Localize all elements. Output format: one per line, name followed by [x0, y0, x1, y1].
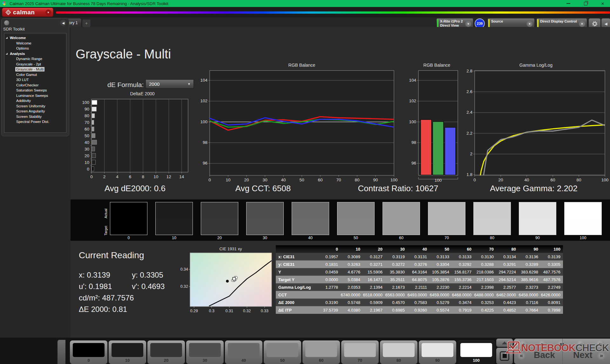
svg-text:0: 0 [90, 174, 93, 179]
gray-patch-button-80[interactable]: 80 [380, 340, 417, 364]
table-column-header: 100 [541, 245, 563, 253]
table-row-target-y: Target Y0.00005.038416.147135.251164.807… [276, 276, 563, 283]
reading-de2000: ΔE 2000: 0.81 [79, 305, 127, 314]
sidebar-item-saturation-sweeps[interactable]: Saturation Sweeps [4, 88, 66, 93]
eject-button[interactable] [496, 339, 513, 347]
gray-ramp-swatch-50: 50 [337, 202, 375, 240]
reading-x: x: 0.3139 [79, 271, 110, 279]
table-row-cct: CCT6740.00006518.00006563.00006493.00006… [276, 291, 563, 299]
svg-text:0.29: 0.29 [190, 309, 198, 313]
gray-patch-button-20[interactable]: 20 [147, 340, 185, 364]
restore-button[interactable] [581, 1, 590, 6]
sidebar-pin-button[interactable] [4, 20, 9, 25]
de-formula-value: 2000 [149, 81, 159, 87]
stat-avg-de2000: Avg dE2000: 0.6 [105, 184, 166, 193]
table-column-header: 20 [363, 245, 385, 253]
expander-icon [6, 37, 8, 39]
table-row-y-cie31: y: CIE310.18310.32630.32710.32720.32760.… [276, 260, 563, 268]
gray-patch-button-0[interactable]: 0 [70, 340, 107, 364]
svg-text:RGB Balance: RGB Balance [288, 63, 315, 68]
meter-status-indicator [437, 19, 438, 28]
source-dropdown-icon[interactable]: ▼ [526, 21, 533, 27]
sidebar-item-spectral-power-dist[interactable]: Spectral Power Dist. [4, 119, 66, 125]
sidebar-item-3d-lut[interactable]: 3D LUT [4, 77, 66, 83]
gray-patch-button-70[interactable]: 70 [341, 340, 379, 364]
gray-patch-button-40[interactable]: 40 [225, 340, 262, 364]
gray-ramp-swatch-60: 60 [383, 202, 420, 240]
svg-text:20: 20 [244, 178, 249, 182]
display-control-dropdown-icon[interactable]: ▼ [579, 21, 585, 27]
svg-text:104: 104 [409, 78, 416, 83]
gray-patch-button-90[interactable]: 90 [419, 340, 456, 364]
gray-ramp-swatch-90: 90 [519, 202, 556, 240]
calman-diamond-icon [5, 10, 11, 15]
close-button[interactable]: × [599, 1, 607, 6]
gray-patch-button-50[interactable]: 50 [264, 340, 301, 364]
sidebar-item-screen-stability[interactable]: Screen Stability [4, 114, 66, 119]
sidebar-group-analysis[interactable]: Analysis [4, 51, 66, 57]
stat-avg-cct: Avg CCT: 6508 [235, 184, 291, 193]
gray-patch-button-60[interactable]: 60 [302, 340, 340, 364]
svg-text:30: 30 [262, 178, 267, 182]
table-column-header: 50 [430, 245, 452, 253]
svg-text:2.2: 2.2 [466, 131, 472, 136]
calman-dropdown-icon[interactable]: ▼ [45, 10, 51, 15]
record-icon[interactable]: ● [519, 340, 528, 348]
gray-ramp-swatch-10: 10 [155, 202, 193, 240]
patch-swatch [344, 343, 376, 357]
sidebar-item-colorchecker[interactable]: ColorChecker [4, 83, 66, 88]
sidebar-item-screen-angularity[interactable]: Screen Angularity [4, 109, 66, 114]
svg-text:98: 98 [203, 140, 207, 145]
table-column-header: 0 [318, 245, 341, 253]
stop-button[interactable] [496, 348, 513, 364]
de-formula-select[interactable]: 2000 ▼ [146, 79, 194, 89]
svg-text:104: 104 [200, 78, 207, 83]
stat-contrast-ratio: Contrast Ratio: 10627 [358, 184, 438, 193]
de-formula-label: dE Formula: [107, 81, 144, 89]
calman-menu-button[interactable]: calman ▼ [2, 8, 53, 17]
next-button[interactable]: Next [573, 350, 593, 360]
sidebar-item-grayscale-multi[interactable]: Grayscale - Multi [4, 67, 66, 72]
next-chevron-icon[interactable]: » [597, 351, 606, 360]
back-chevron-icon[interactable]: « [517, 351, 525, 360]
refresh-icon[interactable]: ↻ [596, 340, 605, 348]
current-reading-title: Current Reading [79, 250, 144, 260]
sidebar-item-options[interactable]: Options [4, 46, 66, 51]
sidebar-item-dynamic-range[interactable]: Dynamic Range [4, 56, 66, 62]
gray-ramp-swatch-30: 30 [246, 202, 284, 240]
minimize-button[interactable] [564, 1, 573, 6]
table-column-header [276, 245, 318, 253]
svg-text:4: 4 [116, 174, 119, 179]
sidebar-item-welcome[interactable]: Welcome [4, 41, 66, 46]
sidebar-item-luminance-sweeps[interactable]: Luminance Sweeps [4, 93, 66, 98]
gray-ramp-swatch-0: 0 [110, 202, 147, 240]
table-row-gamma-log-log: Gamma Log/Log1.27782.03532.13942.16732.2… [276, 283, 563, 291]
gray-patch-button-10[interactable]: 10 [109, 340, 146, 364]
meter-dropdown-icon[interactable]: ▼ [465, 21, 471, 27]
gray-patch-button-30[interactable]: 30 [186, 340, 224, 364]
patch-swatch [112, 343, 143, 357]
play-icon[interactable]: ▶ [539, 340, 547, 348]
sidebar-item-grayscale-2pt[interactable]: Grayscale - 2pt [4, 62, 66, 67]
back-button[interactable]: Back [534, 350, 555, 360]
svg-text:Gamma Log/Log: Gamma Log/Log [519, 63, 552, 68]
sidebar-group-welcome[interactable]: Welcome [4, 35, 66, 41]
sidebar-item-screen-uniformity[interactable]: Screen Uniformity [4, 104, 66, 109]
window-title: Calman 2025 Calman Ultimate for Business… [10, 1, 168, 6]
gray-patch-button-100[interactable]: 100 [458, 340, 495, 364]
reading-xy: x: 0.3139 y: 0.3305 [79, 271, 110, 280]
svg-text:40: 40 [85, 140, 89, 145]
gray-ramp-swatch-40: 40 [292, 202, 329, 240]
loop-icon[interactable]: ∞ [577, 340, 585, 348]
pause-icon[interactable]: ▮▮ [558, 340, 566, 348]
sidebar-item-additivity[interactable]: Additivity [4, 98, 66, 104]
svg-text:80: 80 [576, 178, 581, 182]
table-row-e-itp: ΔE ITP37.57394.03802.19670.69850.92600.5… [276, 306, 563, 314]
svg-text:50: 50 [299, 178, 304, 182]
add-tab-button[interactable]: + [82, 19, 91, 27]
gray-ramp-swatch-20: 20 [201, 202, 238, 240]
up-arrow-icon [502, 341, 507, 344]
sidebar-item-color-gamut[interactable]: Color Gamut [4, 72, 66, 78]
sidebar-collapse-button[interactable]: ◀ [60, 20, 66, 26]
expander-icon [6, 53, 8, 55]
